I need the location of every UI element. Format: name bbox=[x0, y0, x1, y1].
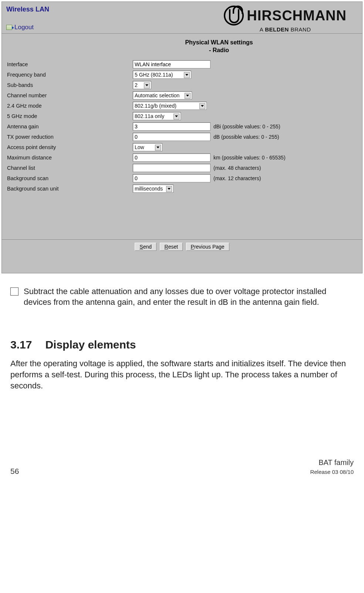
label-5ghz-mode: 5 GHz mode bbox=[7, 113, 133, 119]
footer-release: Release 03 08/10 bbox=[310, 469, 354, 475]
page-footer: 56 BAT family Release 03 08/10 bbox=[0, 391, 364, 480]
prev-label: revious Page bbox=[194, 244, 225, 250]
bg-scan-hint: (max. 12 characters) bbox=[213, 175, 261, 181]
antenna-gain-hint: dBi (possible values: 0 - 255) bbox=[213, 124, 280, 129]
label-channel-list: Channel list bbox=[7, 165, 133, 171]
logout-label: Logout bbox=[14, 24, 34, 31]
channel-list-hint: (max. 48 characters) bbox=[213, 165, 261, 171]
label-max-distance: Maximum distance bbox=[7, 155, 133, 161]
channel-list-input[interactable] bbox=[133, 164, 210, 172]
send-label: end bbox=[143, 244, 152, 250]
logout-link[interactable]: Logout bbox=[6, 24, 49, 31]
tx-power-input[interactable] bbox=[133, 133, 210, 141]
label-bg-scan-unit: Background scan unit bbox=[7, 186, 133, 192]
top-bar: Wireless LAN Logout HIRSCHMANN A BELDEN … bbox=[2, 2, 362, 34]
ap-density-select[interactable]: Low bbox=[133, 143, 162, 151]
section-body: After the operating voltage is applied, … bbox=[10, 358, 354, 391]
instruction-item: Subtract the cable attenuation and any l… bbox=[10, 286, 354, 308]
mode-5-select[interactable]: 802.11a only bbox=[133, 112, 181, 120]
form-area: Physical WLAN settings - Radio Interface… bbox=[2, 34, 362, 239]
page-number: 56 bbox=[10, 467, 19, 476]
antenna-gain-input[interactable] bbox=[133, 122, 210, 131]
wireless-lan-link[interactable]: Wireless LAN bbox=[6, 6, 49, 13]
section-heading: 3.17Display elements bbox=[10, 337, 354, 353]
label-bg-scan: Background scan bbox=[7, 175, 133, 181]
sub-bands-select[interactable]: 2 bbox=[133, 81, 151, 89]
wlan-settings-screenshot: Wireless LAN Logout HIRSCHMANN A BELDEN … bbox=[1, 1, 363, 273]
label-frequency-band: Frequency band bbox=[7, 72, 133, 78]
label-antenna-gain: Antenna gain bbox=[7, 124, 133, 129]
previous-page-button[interactable]: Previous Page bbox=[186, 243, 229, 251]
label-channel-number: Channel number bbox=[7, 92, 133, 98]
button-bar: Send Reset Previous Page bbox=[2, 239, 362, 273]
brand-subtitle: A BELDEN BRAND bbox=[260, 26, 311, 33]
label-24ghz-mode: 2.4 GHz mode bbox=[7, 103, 133, 109]
brand-name: HIRSCHMANN bbox=[247, 8, 347, 24]
brand-block: HIRSCHMANN A BELDEN BRAND bbox=[224, 6, 358, 33]
label-interface: Interface bbox=[7, 61, 133, 67]
label-tx-power: TX power reduction bbox=[7, 134, 133, 140]
label-ap-density: Access point density bbox=[7, 144, 133, 150]
hirschmann-logo-icon bbox=[224, 6, 244, 26]
mode-24-select[interactable]: 802.11g/b (mixed) bbox=[133, 102, 207, 110]
bg-scan-input[interactable] bbox=[133, 174, 210, 182]
instruction-text: Subtract the cable attenuation and any l… bbox=[24, 286, 354, 308]
max-distance-hint: km (possible values: 0 - 65535) bbox=[213, 155, 286, 161]
logout-icon bbox=[6, 25, 12, 30]
bg-scan-unit-select[interactable]: milliseconds bbox=[133, 185, 173, 193]
tx-power-hint: dB (possible values: 0 - 255) bbox=[213, 134, 279, 140]
section-title: Display elements bbox=[45, 338, 136, 351]
section-number: 3.17 bbox=[10, 337, 32, 353]
checkbox-icon bbox=[10, 287, 18, 296]
interface-input[interactable] bbox=[133, 60, 210, 68]
reset-label: eset bbox=[168, 244, 178, 250]
reset-button[interactable]: Reset bbox=[160, 243, 183, 251]
frequency-band-select[interactable]: 5 GHz (802.11a) bbox=[133, 71, 191, 79]
footer-family: BAT family bbox=[318, 458, 354, 466]
send-button[interactable]: Send bbox=[135, 243, 156, 251]
max-distance-input[interactable] bbox=[133, 154, 210, 162]
channel-number-select[interactable]: Automatic selection bbox=[133, 91, 192, 100]
label-sub-bands: Sub-bands bbox=[7, 82, 133, 88]
form-title: Physical WLAN settings - Radio bbox=[81, 39, 357, 54]
